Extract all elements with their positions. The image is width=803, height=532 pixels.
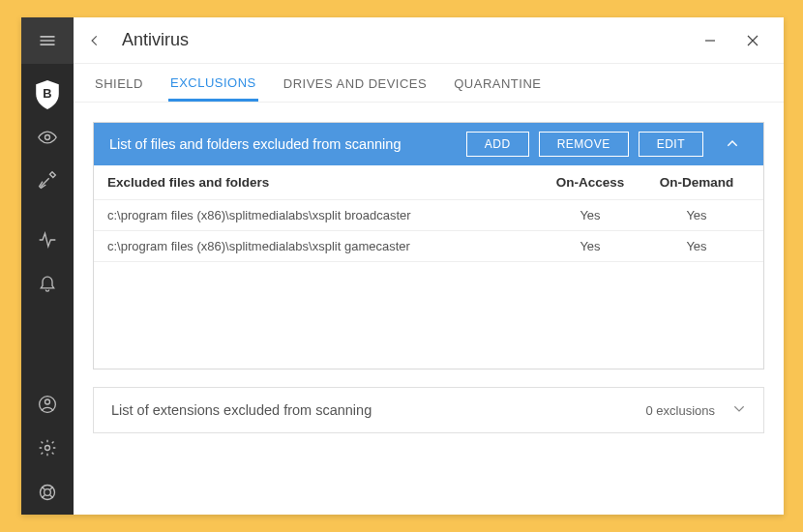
table-row[interactable]: c:\program files (x86)\splitmedialabs\xs… (94, 231, 763, 262)
sidebar-item-tools[interactable] (21, 159, 74, 201)
sidebar-item-settings[interactable] (21, 426, 74, 470)
svg-point-6 (45, 489, 51, 496)
extensions-exclusions-panel[interactable]: List of extensions excluded from scannin… (93, 387, 764, 433)
sidebar: B (21, 17, 74, 515)
files-exclusions-panel: List of files and folders excluded from … (93, 122, 764, 369)
page-title: Antivirus (122, 30, 189, 50)
main-content: Antivirus SHIELD EXCLUSIONS DRIVES AND D… (74, 17, 784, 515)
tab-exclusions[interactable]: EXCLUSIONS (168, 66, 258, 102)
sidebar-item-notifications[interactable] (21, 261, 74, 304)
app-window: B Antivir (21, 17, 784, 515)
extensions-panel-expand (732, 401, 746, 419)
sidebar-item-antivirus[interactable]: B (21, 74, 74, 116)
col-header-path: Excluded files and folders (107, 175, 537, 190)
extensions-panel-title: List of extensions excluded from scannin… (111, 402, 372, 418)
tools-icon (38, 170, 57, 190)
back-button[interactable] (74, 17, 116, 64)
cell-on-access: Yes (537, 239, 643, 253)
chevron-down-icon (732, 401, 746, 415)
col-header-on-demand: On-Demand (643, 175, 750, 190)
tab-quarantine[interactable]: QUARANTINE (452, 67, 543, 100)
col-header-on-access: On-Access (537, 175, 643, 190)
tab-bar: SHIELD EXCLUSIONS DRIVES AND DEVICES QUA… (74, 64, 784, 103)
chevron-left-icon (88, 34, 102, 47)
table-header-row: Excluded files and folders On-Access On-… (94, 165, 763, 200)
table-empty-space (94, 262, 763, 369)
gear-icon (38, 438, 57, 458)
bell-icon (38, 273, 57, 292)
sidebar-item-privacy[interactable] (21, 116, 74, 159)
cell-on-demand: Yes (643, 208, 750, 222)
close-button[interactable] (731, 25, 774, 56)
svg-point-1 (45, 135, 50, 140)
user-circle-icon (38, 395, 57, 414)
cell-path: c:\program files (x86)\splitmedialabs\xs… (107, 239, 537, 253)
files-panel-collapse[interactable] (717, 132, 748, 157)
chevron-up-icon (726, 137, 739, 151)
minimize-button[interactable] (689, 25, 731, 56)
files-panel-title: List of files and folders excluded from … (109, 136, 401, 152)
titlebar: Antivirus (74, 17, 784, 64)
minimize-icon (704, 35, 716, 46)
activity-icon (38, 230, 57, 250)
add-button[interactable]: ADD (466, 132, 529, 157)
cell-path: c:\program files (x86)\splitmedialabs\xs… (107, 208, 537, 222)
svg-point-3 (45, 399, 50, 404)
sidebar-item-activity[interactable] (21, 219, 74, 261)
sidebar-item-support[interactable] (21, 470, 74, 515)
close-icon (747, 35, 758, 46)
cell-on-access: Yes (537, 208, 643, 222)
cell-on-demand: Yes (643, 239, 750, 253)
edit-button[interactable]: EDIT (639, 132, 703, 157)
lifebuoy-icon (38, 483, 57, 502)
eye-icon (38, 128, 57, 147)
exclusions-table: Excluded files and folders On-Access On-… (94, 165, 763, 369)
tab-shield[interactable]: SHIELD (93, 67, 145, 100)
sidebar-item-account[interactable] (21, 383, 74, 426)
files-panel-header: List of files and folders excluded from … (94, 123, 763, 165)
shield-b-icon: B (35, 80, 60, 109)
extensions-count: 0 exclusions (645, 403, 715, 418)
remove-button[interactable]: REMOVE (539, 132, 629, 157)
table-row[interactable]: c:\program files (x86)\splitmedialabs\xs… (94, 200, 763, 231)
hamburger-menu-button[interactable] (21, 17, 74, 64)
svg-text:B: B (43, 86, 51, 101)
svg-point-4 (45, 446, 50, 451)
tab-drives-devices[interactable]: DRIVES AND DEVICES (282, 67, 429, 100)
menu-icon (38, 31, 57, 50)
